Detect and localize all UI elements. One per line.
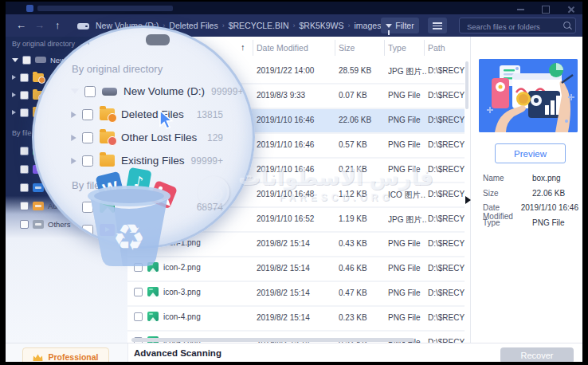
- filter-button[interactable]: Filter: [381, 18, 419, 33]
- recover-button[interactable]: Recover: [500, 347, 574, 362]
- file-date: 2019/8/2 15:14: [257, 264, 335, 273]
- detail-label: Size: [483, 189, 532, 204]
- checkbox[interactable]: [82, 109, 93, 120]
- checkbox[interactable]: [20, 220, 29, 229]
- breadcrumb-item[interactable]: Deleted Files: [169, 21, 218, 30]
- chevron-down-icon[interactable]: [71, 88, 79, 94]
- file-date: 2019/1/10 16:46: [257, 116, 335, 124]
- filter-icon: [386, 24, 392, 28]
- table-row-icon-3.png[interactable]: icon-3.png2019/8/2 15:140.47 KBPNG FileD…: [127, 282, 465, 307]
- preview-panel: Preview Namebox.pngSize22.06 KBDate Modi…: [470, 37, 582, 343]
- row-checkbox[interactable]: [134, 312, 143, 321]
- sort-ascending-icon[interactable]: ↑: [241, 42, 245, 52]
- magnifier-directory-tree: New Volume (D:)99999+Deleted Files13815O…: [72, 80, 223, 172]
- panel-collapse-icon[interactable]: [465, 196, 471, 204]
- chevron-right-icon[interactable]: [71, 135, 76, 141]
- column-type[interactable]: Type: [388, 43, 406, 53]
- chevron-right-icon[interactable]: [12, 92, 16, 97]
- search-icon[interactable]: [563, 22, 570, 29]
- file-path: D:\$RECYCLE.B: [428, 214, 465, 223]
- search-box: [459, 18, 576, 33]
- file-size: 22.06 KB: [339, 116, 385, 124]
- detail-row: Size22.06 KB: [483, 189, 578, 204]
- mouse-cursor-icon: [158, 110, 175, 134]
- png-file-icon: [147, 287, 159, 296]
- app-screenshot: ← → ↑ New Volume (D:)›Deleted Files›$REC…: [0, 0, 588, 365]
- close-icon[interactable]: [567, 6, 574, 13]
- chevron-right-icon[interactable]: [71, 112, 76, 118]
- chevron-right-icon[interactable]: [12, 75, 16, 80]
- checkbox[interactable]: [20, 165, 29, 174]
- row-checkbox[interactable]: [134, 288, 143, 296]
- professional-label: Professional: [48, 352, 98, 362]
- column-date-modified[interactable]: Date Modified: [257, 43, 308, 53]
- chevron-right-icon[interactable]: [71, 158, 76, 164]
- file-name: icon-4.png: [163, 312, 201, 321]
- breadcrumb-item[interactable]: $RECYCLE.BIN: [229, 21, 289, 30]
- file-path: D:\$RECYCLE.B: [428, 239, 465, 248]
- checkbox[interactable]: [82, 132, 93, 143]
- others-icon: [33, 220, 44, 229]
- breadcrumb-item[interactable]: $RK5K9WS: [300, 21, 344, 30]
- file-date: 2019/8/2 15:14: [257, 239, 335, 248]
- advanced-scanning-label: Advanced Scanning: [134, 348, 221, 358]
- checkbox[interactable]: [20, 147, 29, 155]
- horizontal-scrollbar[interactable]: [131, 338, 414, 342]
- file-date: 2019/1/22 14:00: [257, 66, 335, 75]
- file-size: 0.57 KB: [339, 140, 385, 149]
- tree-item-other-lost-files[interactable]: Other Lost Files129: [72, 126, 223, 149]
- app-window: ← → ↑ New Volume (D:)›Deleted Files›$REC…: [6, 2, 582, 362]
- file-path: D:\$RECYCLE.B: [428, 140, 465, 149]
- tree-item-deleted-files[interactable]: Deleted Files13815: [72, 103, 223, 126]
- file-date: 2019/1/10 16:48: [257, 190, 335, 198]
- preview-thumbnail: [479, 59, 578, 132]
- title-text-placeholder: [37, 6, 173, 11]
- tree-item-new-volume-d-[interactable]: New Volume (D:)99999+: [72, 80, 223, 103]
- checkbox[interactable]: [20, 202, 29, 210]
- file-date: 2019/1/10 16:46: [257, 140, 335, 149]
- detail-value: 2019/1/10 16:46: [521, 203, 578, 218]
- tree-item-label: Existing Files: [121, 155, 185, 167]
- up-icon[interactable]: ↑: [55, 19, 61, 31]
- checkbox[interactable]: [82, 155, 93, 167]
- checkbox[interactable]: [84, 86, 96, 97]
- checkbox[interactable]: [20, 108, 29, 117]
- checkbox[interactable]: [20, 91, 29, 100]
- filter-label: Filter: [395, 21, 414, 30]
- png-file-icon: [147, 312, 159, 321]
- file-size: 0.47 KB: [339, 288, 385, 297]
- file-type: JPG 图片…: [388, 66, 426, 77]
- search-input[interactable]: [465, 19, 560, 33]
- item-count: 129: [207, 132, 223, 143]
- chevron-right-icon[interactable]: [12, 110, 16, 115]
- file-type: PNG File: [388, 116, 426, 124]
- menu-button[interactable]: [428, 18, 447, 33]
- breadcrumb-separator-icon: ›: [293, 22, 296, 29]
- preview-button[interactable]: Preview: [495, 143, 566, 163]
- checkbox[interactable]: [20, 73, 29, 82]
- file-date: 2019/8/2 15:14: [257, 288, 335, 297]
- column-path[interactable]: Path: [428, 43, 445, 53]
- file-path: D:\$RECYCLE.B: [428, 264, 465, 273]
- file-size: 0.21 KB: [339, 165, 385, 174]
- file-path: D:\$RECYCLE.B: [428, 190, 465, 198]
- detail-value: 22.06 KB: [532, 189, 565, 204]
- professional-upgrade-button[interactable]: Professional: [22, 347, 109, 362]
- item-count: 68974: [197, 202, 223, 213]
- tree-item-label: Others: [48, 220, 71, 229]
- breadcrumb-item[interactable]: images: [355, 21, 382, 30]
- forward-icon[interactable]: →: [34, 19, 45, 31]
- detail-label: Type: [483, 218, 532, 234]
- column-size[interactable]: Size: [339, 43, 355, 53]
- chevron-down-icon[interactable]: [12, 58, 18, 62]
- vertical-scrollbar[interactable]: [465, 61, 468, 109]
- checkbox[interactable]: [20, 183, 29, 192]
- breadcrumb-separator-icon: ›: [222, 22, 225, 29]
- detail-label: Name: [483, 174, 532, 189]
- table-row-icon-4.png[interactable]: icon-4.png2019/8/2 15:140.23 KBPNG FileD…: [127, 307, 465, 332]
- checkbox[interactable]: [22, 56, 31, 65]
- minimize-icon[interactable]: [517, 9, 524, 10]
- recycle-bin-graphic: W ♪ ♻: [81, 167, 185, 273]
- back-icon[interactable]: ←: [16, 19, 26, 31]
- maximize-icon[interactable]: [542, 6, 550, 14]
